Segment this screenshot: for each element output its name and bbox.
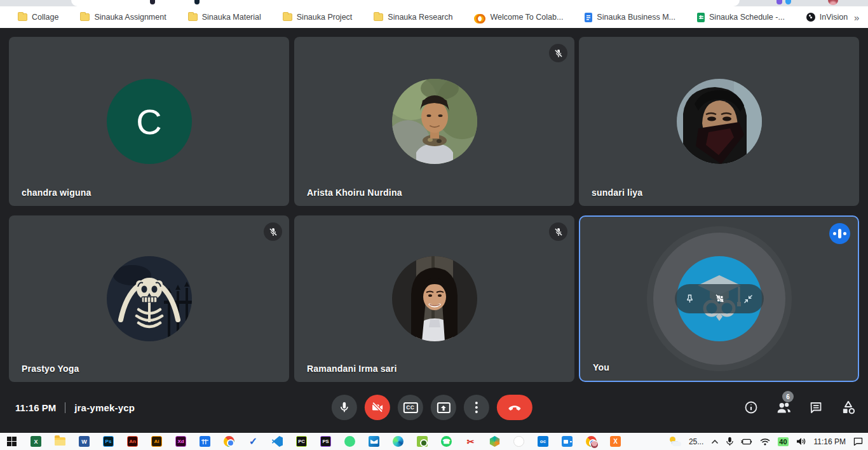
bookmark-label: InVision [820,13,848,22]
icon-glyph: An [129,439,136,444]
participants-button[interactable]: 6 [775,399,792,416]
address-bar-partial[interactable] [71,0,740,6]
camtasia-icon[interactable]: oc [538,436,548,447]
hexagon-app-icon[interactable] [489,436,500,447]
participant-tile-prastyo[interactable]: Prastyo Yoga [9,215,289,382]
bookmark-label: Welcome To Colab... [490,13,563,22]
invision-icon [806,13,815,22]
bookmarks-overflow-chevron[interactable]: » [848,12,865,23]
bookmark-sinauka-research[interactable]: Sinauka Research [374,13,452,22]
extension-icon-partial [776,0,782,4]
bookmarks-bar: Collage Sinauka Assignment Sinauka Mater… [0,6,868,28]
participant-tile-chandra-wiguna[interactable]: C chandra wiguna [9,37,289,206]
calendar-icon[interactable] [200,436,210,447]
participant-name: You [593,362,609,372]
meet-bottom-bar: 11:16 PM jra-ymek-ycp [0,382,868,433]
todo-check-icon[interactable]: ✓ [248,436,259,447]
clock-text: 11:16 PM [15,402,56,413]
icon-glyph: Ai [154,439,159,444]
profile-avatar-partial [828,0,838,5]
browser-toolbar-partial [0,0,868,6]
pycharm-icon[interactable]: PC [296,436,307,447]
camera-app-icon[interactable] [417,436,428,447]
avatar: C [107,79,192,164]
participant-tile-arista[interactable]: Arista Khoiru Nurdina [294,37,574,206]
hidden-icons-chevron[interactable] [711,439,719,444]
google-sheets-icon [697,13,705,22]
photoshop-icon[interactable]: Ps [103,436,114,447]
battery-percent-badge[interactable]: 40 [778,437,788,446]
participant-tile-you[interactable]: You [579,215,859,382]
excel-icon[interactable]: X [31,436,41,447]
muted-mic-indicator [264,222,282,241]
weather-temperature[interactable]: 25... [689,437,703,446]
bookmark-invision[interactable]: InVision [806,13,848,22]
file-explorer-icon[interactable] [55,436,65,447]
bookmark-label: Sinauka Business M... [597,13,675,22]
remove-tile-button[interactable] [712,291,727,306]
more-options-icon [475,402,478,413]
battery-plug-icon[interactable] [741,438,752,446]
microphone-button[interactable] [332,395,357,420]
volume-icon[interactable] [796,437,806,446]
meeting-details-button[interactable] [743,399,759,416]
participants-count-badge: 6 [782,391,794,402]
windows-start-icon[interactable] [6,436,17,447]
bookmark-label: Sinauka Assignment [94,13,166,22]
participant-tile-sundari[interactable]: sundari liya [579,37,859,206]
bookmark-welcome-to-colab[interactable]: Welcome To Colab... [474,13,563,22]
coreldraw-icon[interactable]: ✂ [465,436,476,447]
participant-name: Arista Khoiru Nurdina [307,188,402,198]
participant-name: Ramandani Irma sari [307,364,397,374]
bookmark-sinauka-project[interactable]: Sinauka Project [283,13,353,22]
chat-button[interactable] [808,399,824,416]
bookmark-sinauka-schedule[interactable]: Sinauka Schedule -... [697,13,785,22]
bookmark-sinauka-material[interactable]: Sinauka Material [188,13,261,22]
google-docs-icon [585,13,592,22]
word-icon[interactable]: W [79,436,90,447]
animate-icon[interactable]: An [127,436,138,447]
icon-glyph: X [34,439,37,445]
leave-call-button[interactable] [497,395,532,420]
mail-icon[interactable] [369,436,379,447]
xampp-icon[interactable]: X [610,436,621,447]
bookmark-collage[interactable]: Collage [18,13,58,22]
meeting-code: jra-ymek-ycp [74,402,135,413]
folder-icon [283,13,292,21]
icon-glyph: X [613,438,618,445]
taskbar-clock[interactable]: 11:16 PM [814,437,846,446]
phpstorm-icon[interactable]: PS [320,436,331,447]
icon-glyph: PC [298,439,304,444]
tray-microphone-icon[interactable] [726,437,733,446]
action-center-icon[interactable] [853,437,863,446]
present-icon [437,402,450,413]
edge-icon[interactable] [393,436,403,447]
pin-tile-button[interactable] [682,291,698,306]
participant-tile-ramandani[interactable]: Ramandani Irma sari [294,215,574,382]
bookmark-sinauka-business[interactable]: Sinauka Business M... [585,13,675,22]
whatsapp-icon[interactable]: ☎ [441,436,452,447]
participant-name: sundari liya [592,188,642,198]
vscode-icon[interactable] [272,436,283,447]
chrome-profile-icon[interactable] [586,436,597,447]
icon-glyph: PS [322,439,329,444]
meet-video-grid: C chandra wiguna [0,28,868,433]
slack-icon[interactable] [513,436,524,447]
present-screen-button[interactable] [431,395,456,420]
camera-off-button[interactable] [365,395,390,420]
minimize-tile-button[interactable] [741,291,756,306]
more-options-button[interactable] [464,395,489,420]
xd-icon[interactable]: Xd [175,436,186,447]
audio-speaking-indicator [829,223,850,244]
weather-icon[interactable] [668,437,681,446]
chrome-icon[interactable] [224,436,234,447]
extension-icon-partial [785,0,791,4]
muted-mic-indicator [549,44,567,62]
captions-button[interactable]: CC [398,395,423,420]
android-studio-icon[interactable] [344,436,355,447]
activities-button[interactable] [840,399,857,416]
bookmark-sinauka-assignment[interactable]: Sinauka Assignment [80,13,166,22]
wifi-icon[interactable] [760,438,770,446]
video-call-app-icon[interactable] [562,436,573,447]
illustrator-icon[interactable]: Ai [151,436,162,447]
